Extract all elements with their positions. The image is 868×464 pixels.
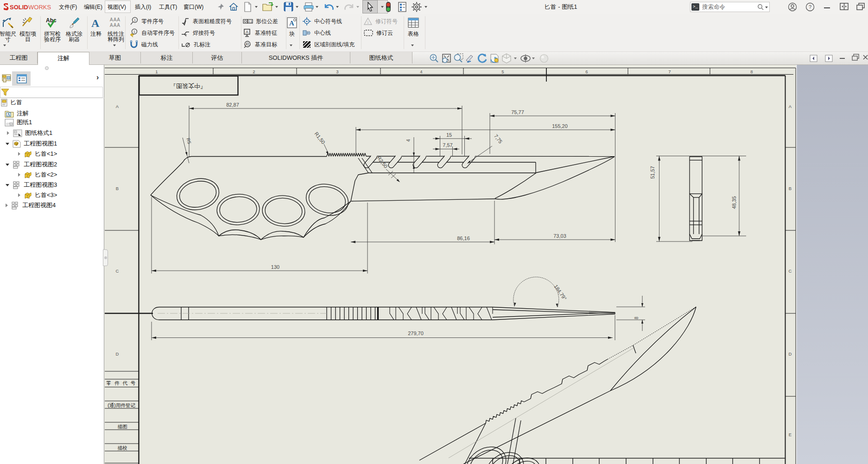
svg-text:1: 1 (133, 30, 136, 34)
svg-text:A: A (116, 104, 119, 109)
svg-text:15: 15 (446, 132, 452, 138)
svg-text:4: 4 (406, 139, 411, 142)
svg-text:AAA: AAA (110, 23, 120, 28)
svg-text:1: 1 (155, 69, 158, 74)
svg-text:描图: 描图 (118, 424, 127, 429)
svg-text:7: 7 (668, 69, 671, 74)
svg-text:『中文装图』: 『中文装图』 (170, 83, 206, 89)
svg-text:A: A (91, 17, 100, 29)
svg-text:零 件 代 号: 零 件 代 号 (107, 380, 137, 386)
svg-text:描校: 描校 (118, 445, 128, 451)
svg-text:1: 1 (367, 20, 369, 25)
svg-text:?: ? (809, 4, 811, 10)
svg-text:1: 1 (134, 18, 136, 22)
svg-text:75,77: 75,77 (511, 109, 524, 115)
svg-text:5: 5 (501, 69, 504, 74)
svg-text:D: D (789, 351, 792, 356)
svg-text:2: 2 (253, 69, 255, 74)
svg-text:0.1: 0.1 (248, 20, 253, 23)
svg-text:SOLID: SOLID (10, 4, 28, 11)
svg-text:AAA: AAA (110, 17, 120, 22)
svg-text:8: 8 (750, 69, 753, 74)
svg-text:7,57: 7,57 (443, 142, 452, 148)
svg-text:(通)用件登记: (通)用件登记 (108, 402, 135, 408)
svg-text:C: C (116, 268, 119, 273)
svg-text:4: 4 (420, 69, 422, 74)
svg-text:86,16: 86,16 (457, 235, 470, 241)
svg-text:D: D (116, 351, 119, 356)
svg-text:48,35: 48,35 (731, 196, 737, 209)
svg-text:WORKS: WORKS (28, 4, 51, 11)
svg-text:82,87: 82,87 (226, 102, 239, 108)
svg-text:51,57: 51,57 (650, 166, 655, 179)
svg-text:130: 130 (271, 264, 279, 270)
svg-text:155,20: 155,20 (552, 123, 568, 129)
svg-text:279,70: 279,70 (408, 331, 424, 336)
svg-text:E: E (789, 432, 792, 437)
svg-text:C: C (789, 268, 792, 273)
svg-text:A: A (789, 104, 792, 109)
svg-text:B: B (789, 186, 792, 191)
svg-text:6: 6 (585, 69, 588, 74)
svg-text:A1: A1 (246, 43, 249, 46)
svg-text:B: B (116, 186, 119, 191)
svg-text:A: A (246, 30, 248, 34)
svg-text:A: A (7, 113, 10, 117)
svg-text:73,03: 73,03 (553, 233, 566, 239)
svg-text:3: 3 (336, 69, 338, 74)
svg-text:8: 8 (634, 317, 639, 319)
